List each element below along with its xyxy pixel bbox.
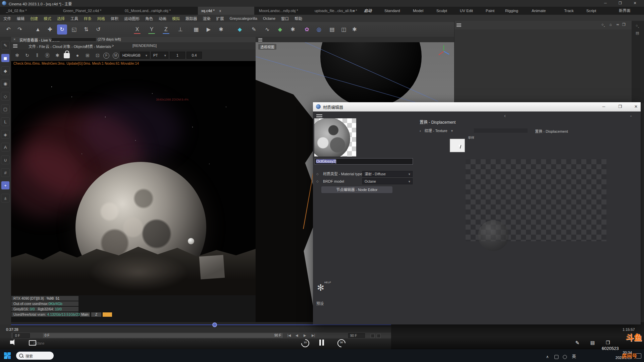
points-mode-icon[interactable]: ◇ — [1, 92, 10, 101]
frame-start-input[interactable]: 0 F — [13, 333, 30, 338]
om-search-icon[interactable]: ○‸ — [601, 22, 605, 27]
z-axis-lock[interactable]: Z — [161, 24, 171, 35]
object-manager-menu-icon[interactable] — [457, 23, 461, 24]
snap-icon[interactable]: # — [1, 168, 10, 177]
om-home-icon[interactable]: ⌂ — [609, 22, 612, 26]
layout-tab[interactable]: UV Edit — [460, 7, 473, 15]
layout-tab[interactable]: 启动 — [364, 7, 372, 16]
document-tab[interactable]: MoonLandsc...ndly.obj * — [256, 7, 309, 15]
value-field-1[interactable]: 1 — [170, 52, 185, 59]
layout-tab[interactable]: Rigging — [505, 7, 518, 15]
restart-render-icon[interactable]: ↻ — [23, 52, 31, 59]
input-language-indicator[interactable]: 英 — [572, 354, 576, 359]
system-tray[interactable]: ∧ 英 — [546, 353, 576, 359]
render-view-icon[interactable]: ▦ — [191, 24, 201, 35]
scale-tool-icon[interactable]: ◱ — [69, 24, 79, 35]
spline-icon[interactable]: ∿ — [262, 24, 272, 35]
material-name-input[interactable]: OctGlossy2 — [315, 158, 413, 165]
menu-item[interactable]: 模式 — [44, 16, 51, 21]
live-viewer-menu-item[interactable]: > — [112, 44, 114, 48]
coord-system-icon[interactable]: ⊥ — [175, 24, 185, 35]
region-render-icon[interactable]: ⊞ — [84, 52, 91, 59]
edge-mode-icon[interactable]: ▢ — [1, 105, 10, 113]
dialog-close-button[interactable]: ✕ — [630, 104, 642, 110]
layout-tab[interactable]: Animate — [532, 7, 546, 15]
lock-resolution-icon[interactable] — [64, 53, 70, 58]
play-button[interactable]: ▶ — [304, 334, 306, 337]
enable-axis-icon[interactable]: ∪ — [1, 156, 10, 164]
start-button[interactable] — [4, 352, 11, 359]
layout-tab[interactable]: Script — [586, 7, 596, 15]
menu-item[interactable]: 帮助 — [294, 16, 302, 21]
live-viewer-menu-icon[interactable] — [13, 44, 17, 45]
stats-tab[interactable]: Main — [80, 312, 90, 317]
preview-sphere-icon[interactable]: ● — [74, 52, 81, 59]
color-space-dropdown[interactable]: HDR/sRGB▾ — [120, 52, 150, 59]
menu-item[interactable]: 网格 — [97, 16, 105, 21]
minimize-button[interactable]: ─ — [600, 1, 610, 6]
stats-tab[interactable] — [103, 312, 112, 317]
layout-tab[interactable]: Standard — [384, 7, 400, 15]
new-interface-tab[interactable]: 新界面 — [619, 7, 631, 15]
menu-item[interactable]: 角色 — [145, 16, 153, 21]
menu-item[interactable]: 编辑 — [17, 16, 24, 21]
pause-button[interactable] — [319, 340, 325, 346]
history-up-icon[interactable]: ⇅ — [81, 24, 91, 35]
material-type-dropdown[interactable]: 漫射 - Diffuse▾ — [362, 171, 413, 177]
model-mode-icon[interactable]: ◼ — [1, 54, 10, 62]
goto-start-button[interactable]: |◀ — [287, 334, 291, 337]
texture-expand-chevron[interactable]: › — [420, 129, 421, 133]
octane-logo-icon[interactable]: ✻ — [13, 52, 21, 59]
render-settings-icon[interactable]: ✱ — [216, 24, 226, 35]
menu-item[interactable]: 选择 — [57, 16, 65, 21]
display-settings-icon[interactable]: ✱ — [350, 24, 360, 35]
menu-item[interactable]: 工具 — [70, 16, 78, 21]
polygon-mode-icon[interactable]: L — [1, 117, 10, 126]
last-tool-icon[interactable]: ↺ — [93, 24, 103, 35]
texture-row[interactable]: › 纹理 - Texture ▾ — [420, 128, 453, 133]
grid-icon[interactable]: ▤ — [327, 24, 337, 35]
live-selection-icon[interactable]: ▲ — [33, 24, 43, 35]
video-progress-bar[interactable] — [11, 324, 391, 325]
material-editor-titlebar[interactable]: 材质编辑器 ─ ❐ ✕ — [313, 102, 641, 112]
om-popout-icon[interactable]: ❐ — [622, 22, 626, 27]
reset-icon[interactable]: Ⓡ — [44, 52, 51, 59]
live-viewer-menu-item[interactable]: 对象 - Objects — [63, 44, 86, 49]
document-tab[interactable]: Green_Planet_02.c4d * — [60, 7, 117, 15]
frame-slider[interactable]: 0 F 90 F — [43, 333, 283, 338]
texture-dropdown-icon[interactable]: ▾ — [451, 129, 453, 133]
undo-icon[interactable]: ↶ — [3, 24, 13, 35]
redo-icon[interactable]: ↷ — [15, 24, 25, 35]
close-button[interactable]: ✕ — [630, 1, 640, 6]
skip-forward-button[interactable]: 30 — [337, 339, 345, 347]
quantize-icon[interactable]: + — [1, 181, 10, 190]
displacement-texture-thumbnail[interactable] — [450, 139, 465, 152]
render-pv-icon[interactable]: ▶ — [204, 24, 214, 35]
subsample-icon[interactable]: ⊡ — [94, 52, 101, 59]
volume-icon[interactable] — [10, 341, 13, 344]
document-tab[interactable]: _04_02.fbx * — [3, 7, 56, 15]
tab-close-icon[interactable]: x — [219, 9, 221, 13]
om-filter-icon[interactable]: ≂ — [616, 22, 619, 27]
document-tab[interactable]: xq.c4d *x — [198, 7, 254, 15]
workplane-icon[interactable]: ◉ — [1, 79, 10, 88]
value-field-2[interactable]: 0.4 — [186, 52, 202, 59]
panel-search-icon[interactable]: ○‸ — [636, 23, 639, 28]
screen-mode-icon[interactable] — [29, 340, 36, 346]
menu-item[interactable]: 扩展 — [216, 16, 224, 21]
preset-label[interactable]: 预设 — [316, 301, 324, 306]
mograph-icon[interactable]: ✿ — [302, 24, 312, 35]
pen-mode-icon[interactable]: ✎ — [1, 41, 10, 50]
node-editor-button[interactable]: 节点编辑器 - Node Editor — [321, 186, 392, 193]
live-viewer-menu-item[interactable]: 材质 - Materials — [86, 44, 111, 49]
kernel-dropdown[interactable]: PT▾ — [151, 52, 168, 59]
axis-mode-icon[interactable]: A — [1, 143, 10, 152]
texture-mode-icon[interactable]: ◆ — [1, 66, 10, 75]
stats-tab[interactable]: Z — [91, 312, 101, 317]
annotate-icon[interactable]: ± — [1, 194, 10, 202]
rotate-tool-icon[interactable]: ↻ — [57, 24, 67, 35]
texture-field[interactable] — [474, 128, 528, 133]
deformer-icon[interactable]: ✱ — [288, 24, 298, 35]
material-picker-icon[interactable]: M — [113, 53, 119, 59]
prev-key-button[interactable]: ◀ — [296, 334, 298, 337]
